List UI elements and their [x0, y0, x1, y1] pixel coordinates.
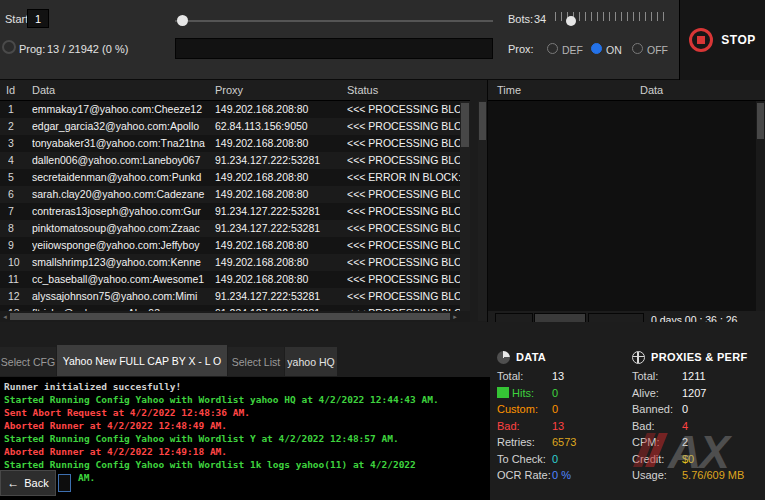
- column-header-data[interactable]: Data: [640, 84, 663, 96]
- table-row[interactable]: 2edgar_garcia32@yahoo.com:Apollo62.84.11…: [0, 118, 470, 135]
- table-row[interactable]: 5secretaidenman@yahoo.com:Punkd149.202.1…: [0, 169, 470, 186]
- proxy-mode-on-label[interactable]: ON: [606, 44, 622, 56]
- stat-label: Usage:: [632, 469, 682, 481]
- results-table-header: Id Data Proxy Status: [0, 80, 470, 101]
- cell-data: tonyabaker31@yahoo.com:Tna21tna: [32, 137, 213, 149]
- table-row[interactable]: 6sarah.clay20@yahoo.com:Cadezane149.202.…: [0, 186, 470, 203]
- stat-label: Bad:: [632, 420, 682, 432]
- table-row[interactable]: 8pinktomatosoup@yahoo.com:Zzaac91.234.12…: [0, 220, 470, 237]
- table-row[interactable]: 9yeiiowsponge@yahoo.com:Jeffyboy149.202.…: [0, 237, 470, 254]
- start-input[interactable]: [27, 9, 49, 28]
- log-line: Aborted Runner at 4/2/2022 12:48:49 AM.: [4, 419, 490, 432]
- data-panel-title: DATA: [516, 351, 546, 363]
- stat-label: Alive:: [632, 387, 682, 399]
- proxy-mode-off-radio[interactable]: [632, 43, 643, 54]
- bots-value: 34: [534, 13, 546, 25]
- stat-value: 0 %: [552, 469, 571, 481]
- table-row[interactable]: 4dallen006@yahoo.com:Laneboy06791.234.12…: [0, 152, 470, 169]
- tab-config[interactable]: Yahoo New FULL CAP BY X - L O: [57, 345, 227, 376]
- log-console[interactable]: Runner initialized succesfully! Started …: [0, 377, 490, 500]
- proxy-mode-def-label[interactable]: DEF: [562, 44, 583, 56]
- start-slider-track[interactable]: [175, 20, 493, 22]
- cell-status: <<< PROCESSING BLOCK: [347, 239, 463, 251]
- log-line: Started Running Config Yahoo with Wordli…: [4, 432, 490, 445]
- cell-status: <<< PROCESSING BLOCK: [347, 154, 463, 166]
- scroll-left-icon[interactable]: ◂: [0, 311, 10, 322]
- bots-slider-thumb[interactable]: [566, 16, 576, 26]
- stat-bad: Bad:13: [497, 420, 627, 437]
- log-line: Runner initialized succesfully!: [4, 380, 490, 393]
- cell-proxy: 91.234.127.222:53281: [215, 290, 343, 302]
- log-line: Sent Abort Request at 4/2/2022 12:48:36 …: [4, 406, 490, 419]
- cell-data: sarah.clay20@yahoo.com:Cadezane: [32, 188, 213, 200]
- scrollbar-thumb[interactable]: [10, 313, 450, 320]
- topbar: Start: Bots: 34 Prog: 13 / 21942 (0 %) P…: [0, 0, 765, 80]
- cell-id: 5: [8, 171, 28, 183]
- stop-button[interactable]: STOP: [679, 0, 765, 80]
- focused-input-box[interactable]: [58, 474, 71, 492]
- tab-wordlist[interactable]: yahoo HQ: [285, 347, 337, 376]
- scrollbar-thumb[interactable]: [757, 103, 764, 139]
- cell-proxy: 149.202.168.208:80: [215, 137, 343, 149]
- cell-proxy: 91.234.127.222:53281: [215, 205, 343, 217]
- select-list-button[interactable]: Select List: [228, 347, 284, 376]
- stat-value: 13: [552, 420, 564, 432]
- back-button-label: Back: [24, 477, 48, 489]
- scrollbar-thumb[interactable]: [479, 102, 486, 140]
- cell-status: <<< PROCESSING BLOCK: [347, 273, 463, 285]
- start-slider-thumb[interactable]: [177, 15, 188, 26]
- stat-value: 1207: [682, 387, 706, 399]
- column-header-id[interactable]: Id: [6, 84, 15, 96]
- stat-label: Custom:: [497, 403, 552, 415]
- cell-status: <<< PROCESSING BLOCK: [347, 188, 463, 200]
- stat-custom: Custom:0: [497, 403, 627, 420]
- hits-vertical-scrollbar[interactable]: [478, 101, 487, 321]
- cell-id: 10: [8, 256, 28, 268]
- scrollbar-thumb[interactable]: [461, 103, 469, 147]
- table-row[interactable]: 10smallshrimp123@yahoo.com:Kenne149.202.…: [0, 254, 470, 271]
- stat-value: 0: [552, 453, 558, 465]
- column-header-data[interactable]: Data: [32, 84, 55, 96]
- column-header-time[interactable]: Time: [497, 84, 521, 96]
- stat-value: 1211: [682, 370, 706, 382]
- stop-icon: [689, 28, 713, 52]
- cell-data: yeiiowsponge@yahoo.com:Jeffyboy: [32, 239, 213, 251]
- cell-data: dallen006@yahoo.com:Laneboy067: [32, 154, 213, 166]
- start-slider[interactable]: [175, 14, 493, 28]
- cell-status: <<< PROCESSING BLOCK: [347, 222, 463, 234]
- results-horizontal-scrollbar[interactable]: ◂ ▸: [0, 311, 470, 322]
- stat-proxy-bad: Bad:4: [632, 420, 762, 437]
- scroll-right-icon[interactable]: ▸: [450, 311, 460, 322]
- table-row[interactable]: 3tonyabaker31@yahoo.com:Tna21tna149.202.…: [0, 135, 470, 152]
- select-config-button[interactable]: Select CFG: [0, 347, 56, 376]
- stat-value: 2: [682, 436, 688, 448]
- table-row[interactable]: 11cc_baseball@yahoo.com:Awesome1149.202.…: [0, 271, 470, 288]
- table-row[interactable]: 1emmakay17@yahoo.com:Cheeze12149.202.168…: [0, 101, 470, 118]
- stat-label: Retries:: [497, 436, 552, 448]
- stat-proxy-alive: Alive:1207: [632, 387, 762, 404]
- cell-data: pinktomatosoup@yahoo.com:Zzaac: [32, 222, 213, 234]
- hits-right-scrollbar[interactable]: [756, 101, 765, 311]
- column-header-status[interactable]: Status: [347, 84, 378, 96]
- proxy-mode-off-label[interactable]: OFF: [647, 44, 668, 56]
- table-row[interactable]: 7contreras13joseph@yahoo.com:Gur91.234.1…: [0, 203, 470, 220]
- column-header-proxy[interactable]: Proxy: [215, 84, 243, 96]
- cell-data: contreras13joseph@yahoo.com:Gur: [32, 205, 213, 217]
- back-button[interactable]: ← Back: [0, 470, 56, 496]
- proxy-mode-on-radio[interactable]: [591, 43, 602, 54]
- cell-id: 9: [8, 239, 28, 251]
- progress-bar: [175, 38, 493, 59]
- table-row[interactable]: 12alyssajohnson75@yahoo.com:Mimi91.234.1…: [0, 288, 470, 305]
- results-table: Id Data Proxy Status 1emmakay17@yahoo.co…: [0, 80, 470, 322]
- results-vertical-scrollbar[interactable]: [460, 101, 470, 322]
- stat-proxy-banned: Banned:0: [632, 403, 762, 420]
- stat-label: Total:: [497, 370, 552, 382]
- log-line: Started Running Config Yahoo with Wordli…: [4, 393, 490, 406]
- proxy-mode-def-radio[interactable]: [547, 43, 558, 54]
- cell-status: <<< ERROR IN BLOCK: R: [347, 171, 463, 183]
- stat-value: 0: [552, 403, 558, 415]
- hits-table-header: Time Data: [488, 80, 765, 101]
- cell-id: 4: [8, 154, 28, 166]
- cell-status: <<< PROCESSING BLOCK: [347, 205, 463, 217]
- results-table-body: 1emmakay17@yahoo.com:Cheeze12149.202.168…: [0, 101, 470, 322]
